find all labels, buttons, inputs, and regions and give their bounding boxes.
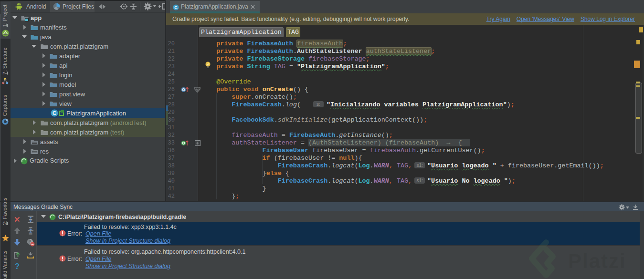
svg-text:C: C [174,5,178,10]
svg-text:C: C [53,110,56,116]
